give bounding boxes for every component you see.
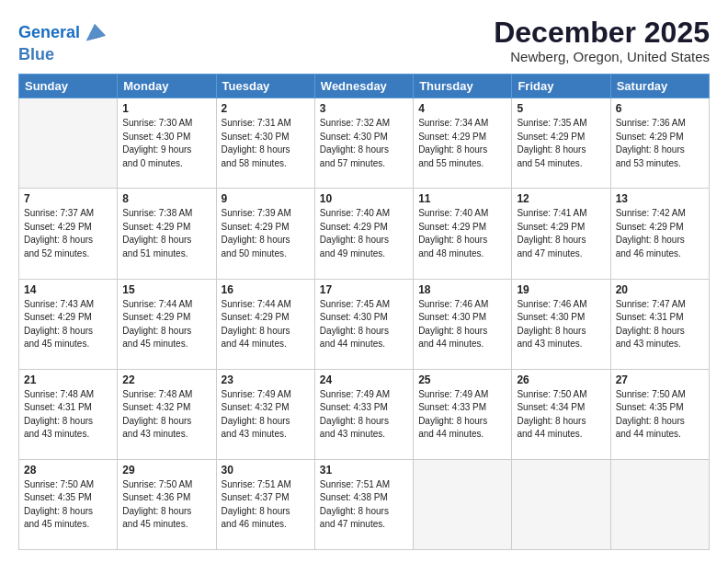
day-number: 29 bbox=[122, 464, 210, 477]
day-number: 8 bbox=[122, 192, 210, 205]
calendar-cell: 19Sunrise: 7:46 AM Sunset: 4:30 PM Dayli… bbox=[512, 279, 610, 369]
header: General Blue December 2025 Newberg, Oreg… bbox=[18, 17, 710, 64]
day-number: 10 bbox=[320, 192, 408, 205]
day-info: Sunrise: 7:45 AM Sunset: 4:30 PM Dayligh… bbox=[320, 298, 408, 351]
calendar-cell bbox=[512, 459, 610, 549]
day-number: 31 bbox=[320, 464, 408, 477]
calendar-cell: 7Sunrise: 7:37 AM Sunset: 4:29 PM Daylig… bbox=[19, 189, 118, 279]
calendar-cell: 5Sunrise: 7:35 AM Sunset: 4:29 PM Daylig… bbox=[512, 98, 610, 189]
day-number: 4 bbox=[418, 102, 506, 115]
day-info: Sunrise: 7:43 AM Sunset: 4:29 PM Dayligh… bbox=[24, 298, 112, 351]
calendar-cell: 30Sunrise: 7:51 AM Sunset: 4:37 PM Dayli… bbox=[216, 459, 314, 549]
day-number: 15 bbox=[122, 283, 210, 296]
day-number: 7 bbox=[24, 192, 112, 205]
day-number: 11 bbox=[418, 192, 506, 205]
calendar-cell: 25Sunrise: 7:49 AM Sunset: 4:33 PM Dayli… bbox=[414, 369, 512, 459]
day-number: 20 bbox=[616, 283, 704, 296]
day-info: Sunrise: 7:50 AM Sunset: 4:36 PM Dayligh… bbox=[122, 478, 210, 532]
day-info: Sunrise: 7:37 AM Sunset: 4:29 PM Dayligh… bbox=[24, 207, 112, 260]
calendar-cell: 17Sunrise: 7:45 AM Sunset: 4:30 PM Dayli… bbox=[314, 279, 413, 369]
calendar-cell: 8Sunrise: 7:38 AM Sunset: 4:29 PM Daylig… bbox=[118, 189, 216, 279]
logo-blue-text: Blue bbox=[18, 46, 108, 64]
day-info: Sunrise: 7:39 AM Sunset: 4:29 PM Dayligh… bbox=[222, 207, 310, 260]
calendar-cell bbox=[610, 459, 709, 549]
calendar-header-thursday: Thursday bbox=[414, 75, 512, 98]
calendar-cell: 1Sunrise: 7:30 AM Sunset: 4:30 PM Daylig… bbox=[118, 98, 216, 189]
day-info: Sunrise: 7:51 AM Sunset: 4:37 PM Dayligh… bbox=[222, 478, 310, 532]
day-info: Sunrise: 7:30 AM Sunset: 4:30 PM Dayligh… bbox=[122, 117, 210, 170]
day-number: 17 bbox=[320, 283, 408, 296]
day-number: 13 bbox=[616, 192, 704, 205]
title-area: December 2025 Newberg, Oregon, United St… bbox=[494, 17, 710, 64]
calendar-cell: 11Sunrise: 7:40 AM Sunset: 4:29 PM Dayli… bbox=[414, 189, 512, 279]
calendar-week-row: 28Sunrise: 7:50 AM Sunset: 4:35 PM Dayli… bbox=[19, 459, 710, 549]
day-info: Sunrise: 7:34 AM Sunset: 4:29 PM Dayligh… bbox=[418, 117, 506, 170]
calendar-cell: 15Sunrise: 7:44 AM Sunset: 4:29 PM Dayli… bbox=[118, 279, 216, 369]
day-info: Sunrise: 7:48 AM Sunset: 4:31 PM Dayligh… bbox=[24, 388, 112, 442]
day-number: 5 bbox=[517, 102, 605, 115]
calendar-cell: 21Sunrise: 7:48 AM Sunset: 4:31 PM Dayli… bbox=[19, 369, 118, 459]
day-number: 9 bbox=[222, 192, 310, 205]
calendar-cell bbox=[414, 459, 512, 549]
day-number: 14 bbox=[24, 283, 112, 296]
calendar-week-row: 1Sunrise: 7:30 AM Sunset: 4:30 PM Daylig… bbox=[19, 98, 710, 189]
day-info: Sunrise: 7:32 AM Sunset: 4:30 PM Dayligh… bbox=[320, 117, 408, 170]
day-info: Sunrise: 7:48 AM Sunset: 4:32 PM Dayligh… bbox=[122, 388, 210, 442]
day-number: 16 bbox=[222, 283, 310, 296]
calendar-cell: 14Sunrise: 7:43 AM Sunset: 4:29 PM Dayli… bbox=[19, 279, 118, 369]
calendar-cell: 10Sunrise: 7:40 AM Sunset: 4:29 PM Dayli… bbox=[314, 189, 413, 279]
page: General Blue December 2025 Newberg, Oreg… bbox=[0, 0, 728, 563]
logo: General Blue bbox=[18, 20, 108, 64]
calendar-cell: 12Sunrise: 7:41 AM Sunset: 4:29 PM Dayli… bbox=[512, 189, 610, 279]
day-number: 26 bbox=[517, 373, 605, 386]
day-info: Sunrise: 7:49 AM Sunset: 4:32 PM Dayligh… bbox=[222, 388, 310, 442]
calendar-cell: 13Sunrise: 7:42 AM Sunset: 4:29 PM Dayli… bbox=[610, 189, 709, 279]
calendar-cell: 27Sunrise: 7:50 AM Sunset: 4:35 PM Dayli… bbox=[610, 369, 709, 459]
day-info: Sunrise: 7:41 AM Sunset: 4:29 PM Dayligh… bbox=[517, 207, 605, 260]
calendar-header-row: SundayMondayTuesdayWednesdayThursdayFrid… bbox=[19, 75, 710, 98]
calendar-cell: 16Sunrise: 7:44 AM Sunset: 4:29 PM Dayli… bbox=[216, 279, 314, 369]
day-info: Sunrise: 7:50 AM Sunset: 4:35 PM Dayligh… bbox=[24, 478, 112, 532]
day-info: Sunrise: 7:36 AM Sunset: 4:29 PM Dayligh… bbox=[616, 117, 704, 170]
calendar-cell: 23Sunrise: 7:49 AM Sunset: 4:32 PM Dayli… bbox=[216, 369, 314, 459]
calendar-cell: 20Sunrise: 7:47 AM Sunset: 4:31 PM Dayli… bbox=[610, 279, 709, 369]
calendar-week-row: 21Sunrise: 7:48 AM Sunset: 4:31 PM Dayli… bbox=[19, 369, 710, 459]
calendar-cell: 18Sunrise: 7:46 AM Sunset: 4:30 PM Dayli… bbox=[414, 279, 512, 369]
calendar-cell: 6Sunrise: 7:36 AM Sunset: 4:29 PM Daylig… bbox=[610, 98, 709, 189]
logo-icon bbox=[82, 20, 108, 46]
logo-text: General bbox=[18, 24, 80, 42]
day-number: 21 bbox=[24, 373, 112, 386]
day-info: Sunrise: 7:40 AM Sunset: 4:29 PM Dayligh… bbox=[320, 207, 408, 260]
calendar-header-saturday: Saturday bbox=[610, 75, 709, 98]
day-info: Sunrise: 7:47 AM Sunset: 4:31 PM Dayligh… bbox=[616, 298, 704, 351]
calendar-cell: 26Sunrise: 7:50 AM Sunset: 4:34 PM Dayli… bbox=[512, 369, 610, 459]
day-number: 2 bbox=[222, 102, 310, 115]
day-number: 27 bbox=[616, 373, 704, 386]
day-number: 30 bbox=[222, 464, 310, 477]
calendar-cell: 24Sunrise: 7:49 AM Sunset: 4:33 PM Dayli… bbox=[314, 369, 413, 459]
day-number: 23 bbox=[222, 373, 310, 386]
calendar-header-sunday: Sunday bbox=[19, 75, 118, 98]
day-info: Sunrise: 7:31 AM Sunset: 4:30 PM Dayligh… bbox=[222, 117, 310, 170]
day-info: Sunrise: 7:44 AM Sunset: 4:29 PM Dayligh… bbox=[122, 298, 210, 351]
calendar-cell: 2Sunrise: 7:31 AM Sunset: 4:30 PM Daylig… bbox=[216, 98, 314, 189]
day-number: 19 bbox=[517, 283, 605, 296]
calendar-cell: 22Sunrise: 7:48 AM Sunset: 4:32 PM Dayli… bbox=[118, 369, 216, 459]
calendar-header-monday: Monday bbox=[118, 75, 216, 98]
calendar-cell: 28Sunrise: 7:50 AM Sunset: 4:35 PM Dayli… bbox=[19, 459, 118, 549]
day-info: Sunrise: 7:40 AM Sunset: 4:29 PM Dayligh… bbox=[418, 207, 506, 260]
calendar: SundayMondayTuesdayWednesdayThursdayFrid… bbox=[18, 74, 710, 550]
calendar-cell: 3Sunrise: 7:32 AM Sunset: 4:30 PM Daylig… bbox=[314, 98, 413, 189]
calendar-week-row: 14Sunrise: 7:43 AM Sunset: 4:29 PM Dayli… bbox=[19, 279, 710, 369]
day-info: Sunrise: 7:44 AM Sunset: 4:29 PM Dayligh… bbox=[222, 298, 310, 351]
day-info: Sunrise: 7:50 AM Sunset: 4:34 PM Dayligh… bbox=[517, 388, 605, 442]
day-number: 25 bbox=[418, 373, 506, 386]
day-number: 1 bbox=[122, 102, 210, 115]
calendar-cell bbox=[19, 98, 118, 189]
calendar-cell: 9Sunrise: 7:39 AM Sunset: 4:29 PM Daylig… bbox=[216, 189, 314, 279]
day-number: 3 bbox=[320, 102, 408, 115]
day-info: Sunrise: 7:46 AM Sunset: 4:30 PM Dayligh… bbox=[517, 298, 605, 351]
day-number: 28 bbox=[24, 464, 112, 477]
day-info: Sunrise: 7:46 AM Sunset: 4:30 PM Dayligh… bbox=[418, 298, 506, 351]
day-info: Sunrise: 7:51 AM Sunset: 4:38 PM Dayligh… bbox=[320, 478, 408, 532]
